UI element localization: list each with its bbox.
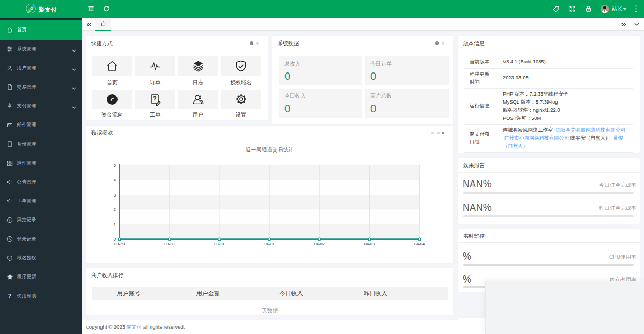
svg-text:5: 5 bbox=[114, 163, 116, 168]
svg-text:?: ? bbox=[153, 95, 157, 101]
svg-text:0: 0 bbox=[114, 237, 116, 242]
svg-text:04-04: 04-04 bbox=[414, 242, 425, 246]
svg-text:03-31: 03-31 bbox=[214, 242, 224, 246]
svg-text:2: 2 bbox=[114, 207, 116, 212]
svg-text:03-29: 03-29 bbox=[114, 242, 125, 246]
svg-text:4: 4 bbox=[114, 178, 116, 183]
svg-text:1: 1 bbox=[114, 222, 116, 227]
svg-text:04-02: 04-02 bbox=[314, 242, 325, 246]
svg-text:04-03: 04-03 bbox=[364, 242, 375, 246]
svg-text:03-30: 03-30 bbox=[164, 242, 174, 246]
svg-text:3: 3 bbox=[114, 193, 116, 198]
svg-text:04-01: 04-01 bbox=[265, 242, 275, 246]
